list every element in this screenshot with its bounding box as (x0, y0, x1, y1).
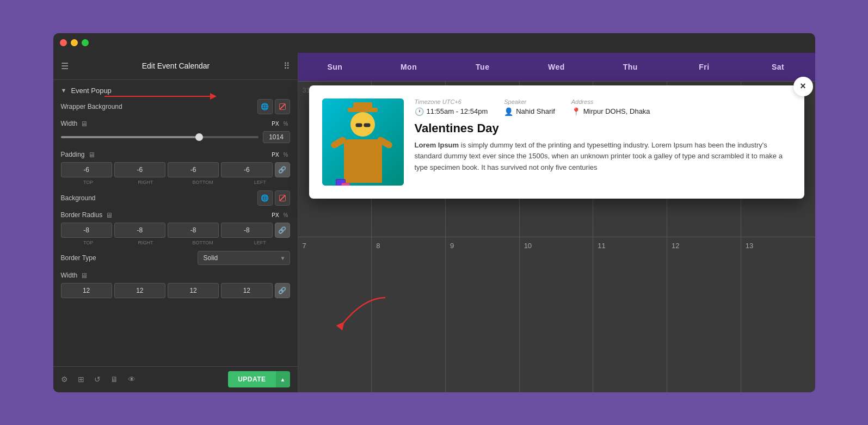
slider-thumb[interactable] (195, 133, 203, 141)
cal-cell-13[interactable]: 13 (741, 237, 815, 392)
maximize-button[interactable] (82, 39, 89, 46)
padding-top-input[interactable]: -6 (61, 162, 112, 177)
bw-left-input[interactable]: 12 (221, 283, 272, 298)
cal-cell-8[interactable]: 8 (372, 237, 446, 392)
speaker-value: 👤 Nahid Sharif (504, 107, 555, 116)
popup-meta: Timezone UTC+6 🕐 11:55am - 12:54pm Speak… (415, 98, 791, 116)
bg-slash-color-button[interactable] (275, 190, 290, 206)
padding-link-btn[interactable]: 🔗 (275, 162, 290, 177)
br-link-btn[interactable]: 🔗 (275, 223, 290, 238)
app-window: ☰ Edit Event Calendar ⠿ ▼ Event Popup (53, 33, 815, 392)
padding-row-header: Padding 🖥 PX % (61, 151, 290, 159)
globe-icon: 🌐 (261, 103, 269, 110)
desc-bold: Lorem Ipsum (415, 141, 459, 149)
cal-cell-10[interactable]: 10 (520, 237, 594, 392)
day-header-sun: Sun (298, 53, 372, 81)
padding-right-input[interactable]: -6 (114, 162, 165, 177)
titlebar (53, 33, 815, 53)
date-7: 7 (303, 242, 306, 250)
width-value-input[interactable]: 1014 (263, 131, 290, 143)
padding-inputs: -6 -6 -6 -6 🔗 (61, 162, 290, 177)
history-icon[interactable]: ↺ (94, 375, 101, 384)
person-body (344, 139, 382, 183)
panel-header: ☰ Edit Event Calendar ⠿ (53, 53, 298, 80)
day-header-thu: Thu (593, 53, 667, 81)
settings-icon[interactable]: ⚙ (61, 375, 68, 384)
bw-top-input[interactable]: 12 (61, 283, 112, 298)
padding-right-label: RIGHT (118, 180, 173, 185)
main-area: ☰ Edit Event Calendar ⠿ ▼ Event Popup (53, 53, 815, 392)
br-unit-percent-btn[interactable]: % (282, 212, 290, 219)
eye-icon[interactable]: 👁 (128, 375, 136, 384)
panel-content: ▼ Event Popup Wr (53, 80, 298, 366)
bw-bottom-input[interactable]: 12 (168, 283, 219, 298)
bw-right-input[interactable]: 12 (114, 283, 165, 298)
address-meta: Address 📍 Mirpur DOHS, Dhaka (571, 98, 650, 116)
date-8: 8 (376, 242, 380, 250)
br-left-input[interactable]: -8 (221, 223, 272, 238)
event-popup-overlay: × (309, 85, 804, 199)
background-controls: 🌐 (257, 190, 290, 206)
unit-percent-btn[interactable]: % (282, 120, 290, 127)
br-unit-px-btn[interactable]: PX (270, 212, 280, 219)
slash-color-button[interactable] (275, 99, 290, 114)
width-slider[interactable] (61, 136, 258, 138)
globe-button[interactable]: 🌐 (257, 99, 273, 114)
left-panel: ☰ Edit Event Calendar ⠿ ▼ Event Popup (53, 53, 298, 392)
menu-icon[interactable]: ☰ (61, 61, 69, 71)
padding-labels: TOP RIGHT BOTTOM LEFT (61, 180, 290, 185)
update-button[interactable]: UPDATE (228, 371, 275, 387)
padding-unit-percent-btn[interactable]: % (282, 151, 290, 158)
slider-track (61, 136, 199, 138)
section-label: Event Popup (71, 87, 111, 95)
event-description: Lorem Ipsum is simply dummy text of the … (415, 140, 791, 174)
cal-cell-7[interactable]: 7 (298, 237, 372, 392)
close-button[interactable] (60, 39, 67, 46)
minimize-button[interactable] (71, 39, 78, 46)
border-type-select[interactable]: Solid Dashed Dotted None (198, 251, 290, 265)
event-title: Valentines Day (415, 121, 791, 135)
br-bottom-input[interactable]: -8 (168, 223, 219, 238)
desc-rest: is simply dummy text of the printing and… (415, 141, 783, 172)
bw-link-btn[interactable]: 🔗 (275, 283, 290, 298)
cal-cell-11[interactable]: 11 (593, 237, 667, 392)
event-popup-section[interactable]: ▼ Event Popup (61, 80, 290, 99)
br-right-label: RIGHT (118, 240, 173, 245)
popup-image (322, 98, 404, 186)
time-value: 🕐 11:55am - 12:54pm (415, 107, 488, 116)
timezone-label: Timezone UTC+6 (415, 98, 488, 105)
date-11: 11 (598, 242, 605, 250)
padding-top-label: TOP (61, 180, 116, 185)
event-popup: × (309, 85, 804, 199)
panel-title: Edit Event Calendar (142, 61, 210, 70)
person-icon: 👤 (504, 107, 513, 116)
border-radius-inputs: -8 -8 -8 -8 🔗 (61, 223, 290, 238)
cal-cell-12[interactable]: 12 (667, 237, 741, 392)
layers-icon[interactable]: ⊞ (78, 375, 84, 384)
br-top-input[interactable]: -8 (61, 223, 112, 238)
traffic-lights (60, 39, 89, 46)
background-label: Background (61, 194, 96, 202)
device-icon[interactable]: 🖥 (110, 375, 118, 384)
speaker-label: Speaker (504, 98, 555, 105)
popup-image-placeholder (322, 98, 404, 186)
bg-globe-button[interactable]: 🌐 (257, 190, 273, 206)
person-head (350, 112, 375, 137)
unit-px-btn[interactable]: PX (270, 120, 280, 127)
popup-close-button[interactable]: × (793, 77, 813, 96)
padding-unit-px-btn[interactable]: PX (270, 151, 280, 158)
padding-bottom-input[interactable]: -6 (168, 162, 219, 177)
padding-left-input[interactable]: -6 (221, 162, 272, 177)
br-top-label: TOP (61, 240, 116, 245)
right-panel: Sun Mon Tue Wed Thu Fri Sat 31 1 2 3 4 5… (298, 53, 815, 392)
br-labels: TOP RIGHT BOTTOM LEFT (61, 240, 290, 245)
grid-icon[interactable]: ⠿ (284, 61, 290, 71)
day-header-tue: Tue (446, 53, 520, 81)
border-width-row-header: Width 🖥 (61, 272, 290, 280)
popup-content: Timezone UTC+6 🕐 11:55am - 12:54pm Speak… (415, 98, 791, 186)
br-right-input[interactable]: -8 (114, 223, 165, 238)
width-label: Width (61, 120, 78, 127)
slash-icon (278, 102, 287, 111)
update-dropdown-button[interactable]: ▲ (276, 371, 290, 387)
cal-cell-9[interactable]: 9 (446, 237, 520, 392)
